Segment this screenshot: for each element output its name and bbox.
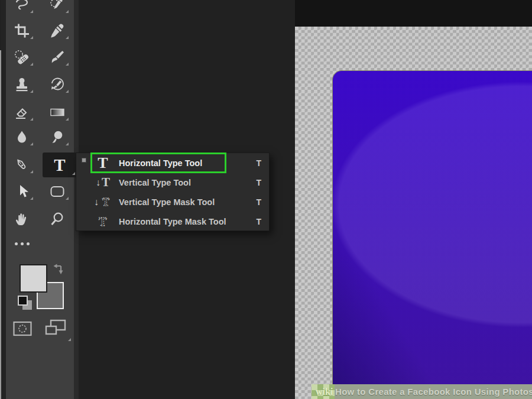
flyout-tick-icon bbox=[66, 118, 69, 121]
menu-item-horizontal-type-tool[interactable]: T Horizontal Type Tool T bbox=[76, 153, 269, 173]
flyout-tick-icon bbox=[66, 142, 69, 145]
blur-icon bbox=[14, 129, 30, 145]
brush-icon bbox=[50, 50, 65, 65]
type-tool-button[interactable]: T bbox=[43, 153, 77, 177]
foreground-color-swatch[interactable] bbox=[20, 264, 47, 293]
lasso-tool-button[interactable] bbox=[9, 0, 35, 16]
down-arrow-icon: ↓ bbox=[94, 197, 99, 207]
quick-mask-mode-button[interactable] bbox=[13, 321, 32, 339]
menu-item-label: Horizontal Type Mask Tool bbox=[119, 217, 226, 226]
menu-item-shortcut: T bbox=[256, 178, 261, 187]
spot-healing-brush-tool-button[interactable] bbox=[9, 46, 35, 69]
swap-colors-button[interactable] bbox=[52, 263, 65, 278]
menu-item-label: Vertical Type Tool bbox=[119, 178, 191, 187]
flyout-tick-icon bbox=[30, 118, 33, 121]
clone-stamp-tool-button[interactable] bbox=[9, 73, 35, 96]
type-tool-flyout-menu: T Horizontal Type Tool T ↓ T Vertical Ty… bbox=[76, 153, 270, 231]
flyout-tick-icon bbox=[72, 172, 75, 175]
gradient-tool-button[interactable] bbox=[44, 101, 70, 124]
flyout-tick-icon bbox=[66, 36, 69, 39]
clone-stamp-icon bbox=[14, 77, 30, 92]
flyout-tick-icon bbox=[30, 170, 33, 173]
crop-icon bbox=[14, 23, 30, 38]
eraser-icon bbox=[14, 105, 30, 120]
pen-icon bbox=[14, 157, 30, 173]
pen-tool-button[interactable] bbox=[9, 154, 35, 176]
flyout-tick-icon bbox=[30, 197, 33, 200]
magnifier-icon bbox=[50, 212, 65, 227]
flyout-tick-icon bbox=[66, 197, 69, 200]
watermark-title: How to Create a Facebook Icon Using Phot… bbox=[335, 384, 532, 399]
menu-item-shortcut: T bbox=[256, 158, 261, 168]
shape-tool-button[interactable] bbox=[44, 180, 70, 203]
lasso-icon bbox=[14, 0, 30, 12]
horizontal-type-icon: T bbox=[89, 155, 116, 171]
facebook-icon-shape[interactable] bbox=[332, 70, 532, 399]
path-selection-tool-button[interactable] bbox=[9, 180, 35, 203]
menu-item-label: Vertical Type Mask Tool bbox=[119, 197, 215, 207]
dodge-icon bbox=[50, 129, 65, 145]
history-brush-icon bbox=[50, 77, 65, 92]
watermark-bar: wiki How to Create a Facebook Icon Using… bbox=[312, 384, 532, 399]
document-top-band bbox=[295, 0, 532, 27]
flyout-tick-icon bbox=[68, 338, 71, 341]
down-arrow-icon: ↓ bbox=[96, 178, 100, 187]
menu-item-vertical-type-mask-tool[interactable]: ↓ T Vertical Type Mask Tool T bbox=[76, 192, 269, 212]
spot-healing-brush-icon bbox=[14, 50, 30, 66]
menu-item-label: Horizontal Type Tool bbox=[119, 158, 202, 168]
more-tools-button[interactable] bbox=[9, 232, 35, 255]
rounded-rectangle-icon bbox=[49, 184, 66, 199]
menu-item-vertical-type-tool[interactable]: ↓ T Vertical Type Tool T bbox=[76, 173, 269, 192]
watermark-brand: wiki bbox=[316, 384, 333, 399]
blur-tool-button[interactable] bbox=[9, 126, 35, 148]
swap-colors-icon bbox=[52, 268, 65, 278]
flyout-tick-icon bbox=[66, 63, 69, 66]
flyout-tick-icon bbox=[30, 142, 33, 145]
horizontal-type-mask-icon: T bbox=[89, 215, 116, 229]
svg-text:T: T bbox=[102, 196, 109, 208]
eyedropper-icon bbox=[50, 23, 65, 38]
flyout-tick-icon bbox=[30, 63, 33, 66]
brush-tool-button[interactable] bbox=[44, 46, 70, 69]
eyedropper-tool-button[interactable] bbox=[44, 20, 70, 42]
vertical-type-icon: ↓ T bbox=[89, 176, 116, 189]
hand-tool-button[interactable] bbox=[9, 208, 35, 231]
screen-mode-icon bbox=[45, 329, 66, 339]
menu-item-shortcut: T bbox=[256, 197, 261, 207]
flyout-tick-icon bbox=[66, 10, 69, 13]
flyout-tick-icon bbox=[30, 10, 33, 13]
svg-text:T: T bbox=[99, 215, 107, 228]
quick-selection-icon bbox=[50, 0, 65, 12]
flyout-tick-icon bbox=[66, 90, 69, 93]
quick-mask-icon bbox=[13, 328, 32, 338]
menu-item-horizontal-type-mask-tool[interactable]: T Horizontal Type Mask Tool T bbox=[76, 212, 269, 231]
flyout-tick-icon bbox=[30, 36, 33, 39]
gradient-icon bbox=[49, 105, 66, 120]
hand-icon bbox=[14, 212, 30, 227]
zoom-tool-button[interactable] bbox=[44, 208, 70, 231]
dodge-tool-button[interactable] bbox=[44, 126, 70, 148]
menu-item-shortcut: T bbox=[256, 217, 261, 226]
selection-arrow-icon bbox=[14, 184, 30, 199]
ellipsis-icon bbox=[15, 242, 30, 245]
quick-selection-tool-button[interactable] bbox=[44, 0, 70, 16]
photoshop-window: T T Horizo bbox=[0, 0, 532, 399]
crop-tool-button[interactable] bbox=[9, 20, 35, 42]
left-edge-strip bbox=[1, 0, 6, 399]
eraser-tool-button[interactable] bbox=[9, 101, 35, 124]
history-brush-tool-button[interactable] bbox=[44, 73, 70, 96]
vertical-type-mask-icon: ↓ T bbox=[89, 196, 116, 209]
type-tool-icon: T bbox=[54, 157, 65, 174]
default-colors-button[interactable] bbox=[18, 296, 28, 306]
flyout-tick-icon bbox=[30, 90, 33, 93]
screen-mode-button[interactable] bbox=[45, 319, 70, 339]
